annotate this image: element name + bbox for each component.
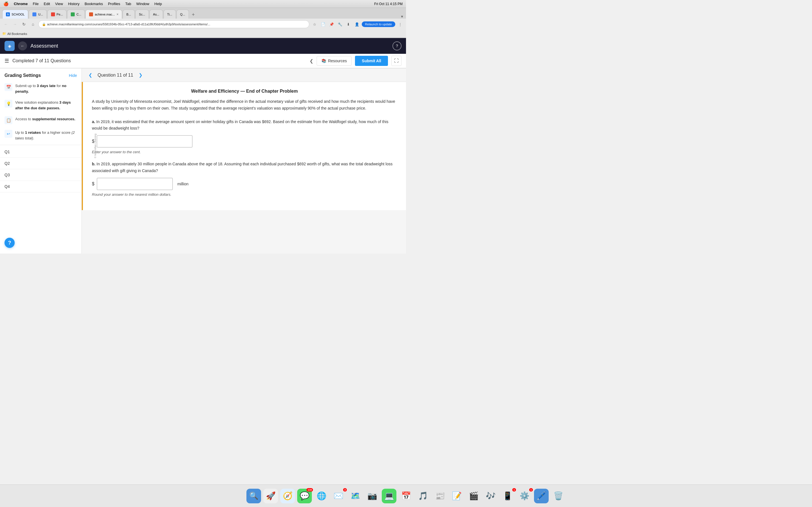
tab-9[interactable]: Ti...: [163, 10, 176, 18]
tab-7[interactable]: Sc...: [135, 10, 149, 18]
url-bar[interactable]: 🔒 achieve.macmillanlearning.com/courses/…: [38, 20, 309, 28]
menu-icon[interactable]: ⋮: [396, 20, 404, 28]
tab9-label: Ti...: [167, 13, 172, 16]
home-button[interactable]: ⌂: [29, 20, 37, 28]
bookmarks-bar: 📁 All Bookmarks: [0, 30, 406, 38]
app-logo: ◈: [4, 41, 15, 51]
part-a-question: In 2019, it was estimated that the avera…: [92, 119, 388, 131]
download-icon[interactable]: ⬇: [345, 20, 352, 28]
copyright-watermark: © Macmillan Learning: [94, 134, 97, 158]
bookmark-star-icon[interactable]: ☆: [311, 20, 318, 28]
question-item-q3[interactable]: Q3: [0, 169, 82, 181]
reader-view-icon[interactable]: 📄: [319, 20, 327, 28]
profile-icon[interactable]: 👤: [353, 20, 361, 28]
menu-file[interactable]: File: [33, 2, 39, 6]
resources-button[interactable]: 📚 Resources: [317, 56, 352, 66]
menu-view[interactable]: View: [55, 2, 63, 6]
sidebar-divider: [0, 145, 82, 145]
prev-question-button[interactable]: ❮: [86, 71, 94, 79]
question-item-q2[interactable]: Q2: [0, 158, 82, 169]
supplemental-resources-text: Access to supplemental resources.: [15, 116, 75, 122]
tab7-label: Sc...: [139, 13, 145, 16]
browser-toolbar: ☆ 📄 📌 🔧 ⬇ 👤 Relaunch to update ⋮: [311, 20, 404, 28]
pocket-icon[interactable]: 📌: [328, 20, 335, 28]
part-b-label: b.: [92, 162, 95, 166]
part-b-text: b. In 2019, approximately 30 million peo…: [92, 161, 397, 174]
resources-label: Resources: [328, 59, 347, 63]
all-bookmarks-label[interactable]: All Bookmarks: [7, 32, 27, 36]
school-favicon: S: [6, 12, 10, 16]
url-text: achieve.macmillanlearning.com/courses/55…: [47, 22, 210, 26]
q4-label: Q4: [4, 184, 10, 189]
address-bar: ← → ↻ ⌂ 🔒 achieve.macmillanlearning.com/…: [0, 18, 406, 30]
hamburger-icon[interactable]: ☰: [4, 58, 9, 64]
tab10-label: Q...: [180, 13, 185, 16]
question-number-label: Question 11 of 11: [98, 73, 133, 78]
collapse-sidebar-button[interactable]: ❮: [310, 58, 313, 64]
part-b-input[interactable]: [97, 178, 173, 190]
tab4-favicon: [71, 12, 75, 16]
bookmarks-folder-icon: 📁: [2, 32, 6, 36]
forward-button[interactable]: →: [11, 20, 18, 28]
settings-item-resources: 📋 Access to supplemental resources.: [0, 114, 82, 127]
apple-menu[interactable]: 🍎: [3, 1, 9, 6]
tab-2[interactable]: U...: [29, 10, 47, 18]
part-b-hint: Round your answer to the nearest million…: [92, 192, 397, 196]
app-section: ◈ ← Assessment ? ☰ Completed 7 of 11 Que…: [0, 38, 406, 253]
part-a-text: a. In 2019, it was estimated that the av…: [92, 119, 397, 132]
reload-button[interactable]: ↻: [20, 20, 28, 28]
back-button[interactable]: ←: [2, 20, 10, 28]
solution-explanations-text: View solution explanations 3 days after …: [15, 100, 77, 111]
close-tab-icon[interactable]: ×: [116, 12, 118, 16]
fullscreen-button[interactable]: ⛶: [391, 56, 402, 66]
app-header: ◈ ← Assessment ?: [0, 38, 406, 54]
back-to-course-button[interactable]: ←: [18, 41, 27, 50]
tab-bar: S SCHOOL U... Pe... C... achieve.mac... …: [0, 8, 406, 18]
menu-tab[interactable]: Tab: [125, 2, 131, 6]
menu-window[interactable]: Window: [136, 2, 149, 6]
question-item-q4[interactable]: Q4: [0, 181, 82, 192]
tab-4[interactable]: C...: [67, 10, 85, 18]
question-part-a: a. In 2019, it was estimated that the av…: [92, 119, 397, 154]
menu-profiles[interactable]: Profiles: [108, 2, 120, 6]
tab-school[interactable]: S SCHOOL: [2, 10, 28, 18]
tab-8[interactable]: As...: [149, 10, 163, 18]
menu-history[interactable]: History: [68, 2, 79, 6]
help-circle-button[interactable]: ?: [4, 238, 15, 248]
help-button[interactable]: ?: [393, 41, 402, 50]
tab4-label: C...: [77, 13, 81, 16]
clipboard-icon: 📋: [4, 116, 12, 124]
menu-bookmarks[interactable]: Bookmarks: [85, 2, 103, 6]
tab-overflow[interactable]: ▼: [400, 15, 404, 18]
completed-text: Completed 7 of 11 Questions: [12, 58, 306, 63]
tab2-label: U...: [38, 13, 43, 16]
tab-10[interactable]: Q...: [176, 10, 189, 18]
menu-help[interactable]: Help: [154, 2, 162, 6]
submit-all-button[interactable]: Submit All: [355, 56, 388, 66]
sidebar-header: Grading Settings Hide: [0, 68, 82, 80]
q2-label: Q2: [4, 161, 10, 166]
part-b-unit: million: [177, 182, 189, 186]
relaunch-button[interactable]: Relaunch to update: [362, 21, 395, 27]
next-question-button[interactable]: ❯: [137, 71, 144, 79]
tab3-label: Pe...: [57, 13, 63, 16]
part-a-label: a.: [92, 119, 95, 124]
tab-current[interactable]: achieve.mac... ×: [86, 10, 122, 18]
extensions-icon[interactable]: 🔧: [336, 20, 344, 28]
settings-item-late: 📅 Submit up to 3 days late for no penalt…: [0, 80, 82, 97]
question-item-q1[interactable]: Q1: [0, 146, 82, 158]
menu-chrome[interactable]: Chrome: [14, 2, 28, 6]
part-a-input[interactable]: [97, 135, 193, 148]
tab2-favicon: [33, 12, 36, 16]
calendar-icon: 📅: [4, 83, 12, 91]
passage-text: A study by University of Minnesota econo…: [92, 98, 397, 112]
settings-item-retakes: ↩ Up to 1 retakes for a higher score (2 …: [0, 127, 82, 144]
tab-6[interactable]: B...: [123, 10, 135, 18]
new-tab-button[interactable]: +: [190, 11, 197, 18]
sidebar: Grading Settings Hide 📅 Submit up to 3 d…: [0, 68, 82, 253]
menu-edit[interactable]: Edit: [44, 2, 50, 6]
hide-sidebar-button[interactable]: Hide: [69, 73, 77, 78]
tab6-label: B...: [126, 13, 131, 16]
chapter-title: Welfare and Efficiency — End of Chapter …: [92, 89, 397, 94]
tab-3[interactable]: Pe...: [47, 10, 67, 18]
